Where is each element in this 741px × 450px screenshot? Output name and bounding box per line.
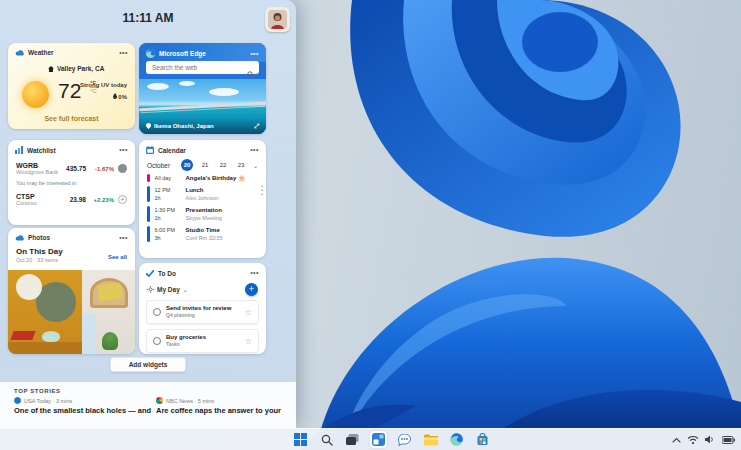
- store-button[interactable]: [474, 431, 491, 448]
- file-explorer-button[interactable]: [422, 431, 439, 448]
- photos-cloud-icon: [15, 234, 24, 241]
- wifi-icon[interactable]: [688, 436, 698, 444]
- task-view-button[interactable]: [344, 431, 361, 448]
- event-color-bar: [147, 174, 150, 182]
- weather-widget[interactable]: Weather ••• Valley Park, CA 72 °F °C Str…: [8, 43, 135, 129]
- photos-title: Photos: [28, 234, 50, 241]
- news-feed-section: TOP STORIES USA Today · 3 mins One of th…: [0, 382, 296, 428]
- widgets-panel: 11:11 AM Weather ••• Valley Park, CA: [0, 0, 296, 428]
- task-checkbox[interactable]: [153, 308, 161, 316]
- calendar-event[interactable]: All day Angela's Birthday 🎂: [147, 174, 258, 182]
- edge-button[interactable]: [448, 431, 465, 448]
- todo-menu-button[interactable]: •••: [250, 271, 259, 275]
- top-stories-label: TOP STORIES: [0, 382, 296, 397]
- pin-icon: [146, 123, 151, 129]
- event-color-bar: [147, 226, 150, 242]
- todo-check-icon: [146, 269, 154, 277]
- weather-location: Valley Park, CA: [48, 65, 104, 72]
- weather-cloud-icon: [15, 49, 24, 56]
- event-color-bar: [147, 206, 150, 222]
- edge-logo-icon: [146, 49, 155, 58]
- calendar-event[interactable]: 12 PM1h LunchAlex Johnson: [147, 186, 258, 202]
- nbc-news-favicon: [156, 397, 163, 404]
- task-star-icon[interactable]: ☆: [245, 308, 252, 317]
- cloud-shape: [179, 81, 195, 86]
- calendar-menu-button[interactable]: •••: [250, 148, 259, 152]
- calendar-event[interactable]: 6:00 PM3h Studio TimeConf Rm 32/35: [147, 226, 258, 242]
- watchlist-chart-icon: [15, 146, 23, 154]
- edge-photo: Ikema Ohashi, Japan ⤢: [139, 79, 266, 134]
- edge-search-input[interactable]: [146, 61, 259, 74]
- photo-thumbnail[interactable]: [8, 270, 82, 354]
- cloud-shape: [209, 88, 239, 96]
- photo-thumbnail[interactable]: [82, 270, 135, 354]
- bridge-shape: [139, 102, 266, 112]
- watchlist-menu-button[interactable]: •••: [119, 148, 128, 152]
- desktop: 11:11 AM Weather ••• Valley Park, CA: [0, 0, 741, 450]
- user-avatar[interactable]: [265, 7, 290, 32]
- watchlist-suggestion-label: You may be interested in: [8, 177, 135, 189]
- calendar-scrollbar[interactable]: •••: [261, 184, 263, 196]
- todo-list-selector[interactable]: My Day: [157, 286, 180, 293]
- weather-title: Weather: [28, 49, 54, 56]
- search-button[interactable]: [318, 431, 335, 448]
- taskbar: [0, 428, 741, 450]
- watchlist-widget[interactable]: Watchlist ••• WGRB Woodgrove Bank 435.75…: [8, 140, 135, 225]
- watchlist-add-button[interactable]: +: [118, 195, 127, 204]
- photos-menu-button[interactable]: •••: [119, 236, 128, 240]
- task-checkbox[interactable]: [153, 337, 161, 345]
- calendar-event[interactable]: 1:30 PM1h PresentationSkype Meeting: [147, 206, 258, 222]
- watchlist-row[interactable]: WGRB Woodgrove Bank 435.75 -1.67%: [8, 158, 135, 177]
- calendar-date[interactable]: 21: [199, 159, 211, 171]
- todo-widget[interactable]: To Do ••• My Day ⌄ + Send invites for re…: [139, 263, 266, 354]
- edge-title: Microsoft Edge: [159, 50, 206, 57]
- event-color-bar: [147, 186, 150, 202]
- chevron-down-icon[interactable]: ⌄: [253, 162, 258, 169]
- weather-condition: Strong UV today: [80, 82, 127, 88]
- weather-menu-button[interactable]: •••: [119, 51, 128, 55]
- photos-widget[interactable]: Photos ••• On This Day Oct 20 · 33 items…: [8, 228, 135, 354]
- calendar-date[interactable]: 20: [181, 159, 193, 171]
- todo-task[interactable]: Send invites for reviewQ4 planning ☆: [146, 300, 259, 324]
- sun-icon: [22, 81, 49, 108]
- calendar-widget[interactable]: Calendar ••• October 20 21 22 23 ⌄ All d…: [139, 140, 266, 258]
- start-button[interactable]: [292, 431, 309, 448]
- news-story[interactable]: NBC News · 5 mins Are coffee naps the an…: [156, 397, 280, 415]
- photos-see-all-link[interactable]: See all: [108, 254, 127, 260]
- calendar-icon: [146, 146, 154, 154]
- news-story[interactable]: USA Today · 3 mins One of the smallest b…: [14, 397, 138, 415]
- avatar-photo-icon: [268, 10, 287, 29]
- tray-chevron-up-icon[interactable]: [672, 437, 681, 443]
- todo-title: To Do: [158, 270, 176, 277]
- weather-forecast-link[interactable]: See full forecast: [8, 115, 135, 122]
- calendar-title: Calendar: [158, 147, 186, 154]
- watchlist-row[interactable]: CTSP Contoso 23.98 +2.23% +: [8, 189, 135, 208]
- sun-outline-icon: [147, 286, 154, 293]
- add-widgets-button[interactable]: Add widgets: [110, 357, 186, 372]
- chat-button[interactable]: [396, 431, 413, 448]
- edge-photo-caption: Ikema Ohashi, Japan ⤢: [139, 118, 266, 134]
- expand-icon[interactable]: ⤢: [254, 123, 259, 130]
- panel-clock: 11:11 AM: [0, 11, 296, 25]
- weather-temperature: 72: [58, 79, 81, 103]
- todo-task[interactable]: Buy groceriesTasks ☆: [146, 329, 259, 353]
- chevron-down-icon[interactable]: ⌄: [183, 286, 188, 293]
- home-icon: [48, 66, 54, 72]
- cloud-shape: [147, 83, 169, 90]
- edge-menu-button[interactable]: •••: [250, 52, 259, 56]
- battery-icon[interactable]: [722, 436, 735, 444]
- calendar-date[interactable]: 22: [217, 159, 229, 171]
- photos-thumbnails[interactable]: [8, 270, 135, 354]
- watchlist-remove-button[interactable]: [118, 164, 127, 173]
- watchlist-title: Watchlist: [27, 147, 56, 154]
- calendar-date[interactable]: 23: [235, 159, 247, 171]
- widgets-button[interactable]: [370, 431, 387, 448]
- weather-precipitation: 0%: [113, 93, 127, 100]
- todo-add-button[interactable]: +: [245, 283, 258, 296]
- calendar-month: October: [147, 162, 170, 169]
- droplet-icon: [113, 93, 117, 99]
- volume-icon[interactable]: [705, 435, 715, 444]
- task-star-icon[interactable]: ☆: [245, 337, 252, 346]
- edge-widget[interactable]: Microsoft Edge ••• Ikema Ohashi, Japan ⤢: [139, 43, 266, 134]
- usa-today-favicon: [14, 397, 21, 404]
